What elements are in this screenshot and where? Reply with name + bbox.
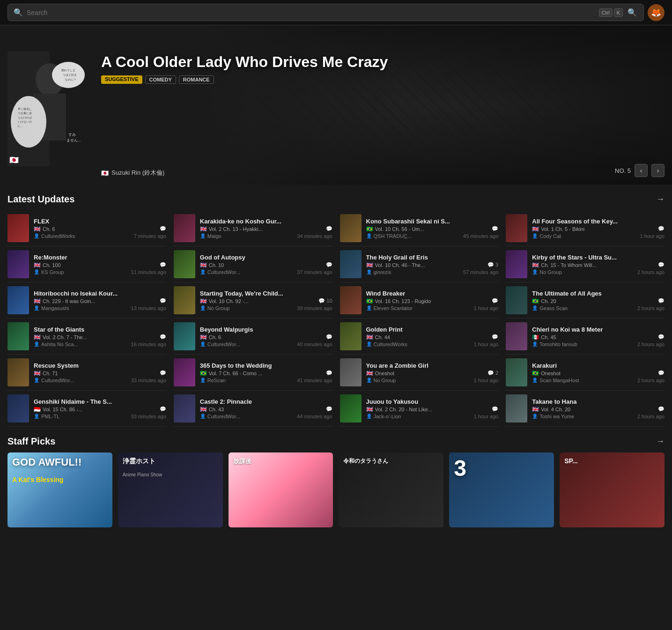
update-info: Karakida-ke no Kosho Gur...🇬🇧Vol. 2 Ch. …	[200, 218, 332, 239]
update-chapter: Ch. 6	[209, 334, 324, 340]
tag-comedy[interactable]: COMEDY	[145, 75, 176, 84]
update-meta: 👤No Group2 hours ago	[532, 269, 665, 275]
updates-grid: FLEX🇬🇧Ch. 6💬👤CulturedWorks7 minutes agoR…	[0, 210, 672, 427]
update-time: 57 minutes ago	[463, 269, 498, 275]
tag-romance[interactable]: ROMANCE	[179, 75, 214, 84]
update-comment-icon: 💬	[326, 334, 332, 340]
update-chapter-row: 🇬🇧Vol. 2 Ch. 7 - The...💬	[34, 334, 166, 341]
tag-suggestive[interactable]: SUGGESTIVE	[101, 75, 142, 84]
search-button[interactable]: 🔍	[627, 7, 638, 18]
update-item[interactable]: Castle 2: Pinnacle🇬🇧Ch. 43💬👤CulturedWor.…	[174, 391, 332, 427]
update-item[interactable]: All Four Seasons of the Key...🇬🇧Vol. 1 C…	[506, 210, 665, 246]
update-thumb	[7, 322, 29, 350]
update-chapter-row: 🇧🇷Vol. 10 Ch. 56 - Um...💬	[366, 226, 499, 232]
k-key: K	[614, 8, 623, 17]
update-item[interactable]: 365 Days to the Wedding🇧🇷Vol. 7 Ch. 66 -…	[174, 355, 332, 391]
hero-cover[interactable]: 惚れてしま うほど好き なのに？ 早く帰宅し て仕事に戻 らなければ いけないの…	[7, 52, 92, 166]
latest-updates-header: Latest Updates →	[0, 185, 672, 210]
update-column-1: FLEX🇬🇧Ch. 6💬👤CulturedWorks7 minutes agoR…	[4, 210, 170, 427]
update-time: 2 hours ago	[637, 341, 665, 347]
update-meta: 👤No Group1 hour ago	[366, 378, 499, 383]
update-thumb	[7, 250, 29, 278]
staff-pick-card-4[interactable]: 令和のタラうさん	[339, 452, 443, 527]
update-chapter: Vol. 1 Ch. 5 - Bikini	[541, 226, 656, 232]
update-person-icon: 👤	[532, 233, 538, 238]
update-person-icon: 👤	[532, 341, 538, 347]
update-item[interactable]: Golden Print🇬🇧Ch. 44💬👤CulturedWorks1 hou…	[340, 319, 499, 355]
update-time: 44 minutes ago	[297, 414, 332, 419]
svg-text:いけないの: いけないの	[18, 120, 32, 124]
update-chapter-row: 🇬🇧Vol. 10 Ch. 46 - The...💬 3	[366, 262, 499, 268]
hero-next-button[interactable]: ›	[651, 164, 665, 177]
staff-picks-more[interactable]: →	[656, 437, 665, 446]
update-item[interactable]: Takane to Hana🇬🇧Vol. 4 Ch. 20💬👤Toshi wa …	[506, 391, 665, 427]
hero-number: NO. 5	[615, 167, 631, 174]
update-item[interactable]: God of Autopsy🇬🇧Ch. 10💬👤CulturedWor...37…	[174, 246, 332, 282]
update-info: Juuou to Yakusou🇬🇧Vol. 2 Ch. 20 - Not Li…	[366, 398, 499, 419]
update-time: 39 minutes ago	[297, 305, 332, 311]
hero-title[interactable]: A Cool Older Lady Who Drives Me Crazy	[101, 53, 665, 71]
update-item[interactable]: Chieri no Koi wa 8 Meter🇲🇽Ch. 45💬👤Tomohi…	[506, 319, 665, 355]
update-meta: 👤CulturedWor...40 minutes ago	[200, 341, 332, 347]
update-item[interactable]: The Holy Grail of Eris🇬🇧Vol. 10 Ch. 46 -…	[340, 246, 499, 282]
hero-prev-button[interactable]: ‹	[635, 164, 648, 177]
update-comment-icon: 💬	[658, 370, 665, 376]
staff-pick-card-1[interactable]: GOD AWFUL!! A Kat's Blessing	[7, 452, 112, 527]
card-1-text: GOD AWFUL!!	[12, 457, 81, 467]
update-item[interactable]: Re:Monster🇬🇧Ch. 100💬👤KS Group11 minutes …	[7, 246, 166, 282]
update-person-icon: 👤	[532, 269, 538, 274]
update-info: Rescue System🇬🇧Ch. 71💬👤CulturedWor...33 …	[34, 362, 166, 383]
update-chapter-row: 🇬🇧Vol. 10 Ch. 92 -...💬 10	[200, 298, 332, 304]
update-chapter: Ch. 45	[541, 334, 656, 340]
update-item[interactable]: Kirby of the Stars - Ultra Su...🇬🇧Ch. 15…	[506, 246, 665, 282]
update-item[interactable]: Kono Subarashii Sekai ni S...🇧🇷Vol. 10 C…	[340, 210, 499, 246]
update-chapter: Vol. 16 Ch. 123 - Rugido	[375, 298, 490, 304]
update-title: Star of the Giants	[34, 326, 166, 333]
update-comment-count: 💬 2	[487, 370, 498, 376]
update-item[interactable]: Juuou to Yakusou🇬🇧Vol. 2 Ch. 20 - Not Li…	[340, 391, 499, 427]
update-flag: 🇬🇧	[34, 226, 41, 232]
update-item[interactable]: Star of the Giants🇬🇧Vol. 2 Ch. 7 - The..…	[7, 319, 166, 355]
update-chapter: Ch. 20	[541, 298, 656, 304]
update-meta: 👤ReScan41 minutes ago	[200, 378, 332, 383]
update-item[interactable]: Starting Today, We're Child...🇬🇧Vol. 10 …	[174, 282, 332, 319]
update-title: The Ultimate of All Ages	[532, 290, 665, 297]
update-thumb	[174, 286, 195, 314]
staff-pick-card-3[interactable]: 放課後	[229, 452, 333, 527]
update-item[interactable]: Beyond Walpurgis🇬🇧Ch. 6💬👤CulturedWor...4…	[174, 319, 332, 355]
update-item[interactable]: Genshiki Nidaime - The S...🇮🇩Vol. 15 Ch.…	[7, 391, 166, 427]
update-item[interactable]: FLEX🇬🇧Ch. 6💬👤CulturedWorks7 minutes ago	[7, 210, 166, 246]
hero-tags: SUGGESTIVE COMEDY ROMANCE	[101, 75, 665, 84]
update-flag: 🇬🇧	[34, 334, 41, 341]
search-input[interactable]	[27, 9, 595, 16]
update-info: Genshiki Nidaime - The S...🇮🇩Vol. 15 Ch.…	[34, 398, 166, 419]
update-chapter-row: 🇬🇧Ch. 6💬	[34, 226, 166, 232]
search-bar[interactable]: 🔍 Ctrl K 🔍	[7, 4, 644, 21]
update-flag: 🇧🇷	[366, 298, 373, 304]
update-flag: 🇧🇷	[366, 226, 373, 232]
update-item[interactable]: Rescue System🇬🇧Ch. 71💬👤CulturedWor...33 …	[7, 355, 166, 391]
update-item[interactable]: Karakuri🇧🇷Oneshot💬👤Scan MangaHost2 hours…	[506, 355, 665, 391]
update-chapter: Ch. 6	[43, 226, 158, 232]
update-group: Tomohito fansub	[539, 341, 635, 347]
update-time: 2 hours ago	[637, 378, 665, 383]
update-person-icon: 👤	[200, 233, 206, 238]
update-item[interactable]: Wind Breaker🇧🇷Vol. 16 Ch. 123 - Rugido💬👤…	[340, 282, 499, 319]
staff-pick-card-5[interactable]: 3	[449, 452, 554, 527]
update-item[interactable]: The Ultimate of All Ages🇧🇷Ch. 20💬👤Geass …	[506, 282, 665, 319]
update-group: Toshi wa Yume	[539, 414, 635, 419]
update-flag: 🇬🇧	[34, 298, 41, 304]
update-item[interactable]: Karakida-ke no Kosho Gur...🇬🇧Vol. 2 Ch. …	[174, 210, 332, 246]
update-item[interactable]: Hitoribocchi no Isekai Kour...🇬🇧Ch. 229 …	[7, 282, 166, 319]
update-item[interactable]: You are a Zombie Girl🇬🇧Oneshot💬 2👤No Gro…	[340, 355, 499, 391]
update-chapter: Vol. 2 Ch. 20 - Not Like...	[375, 407, 490, 412]
staff-pick-card-2[interactable]: 浄霊ホスト Anime Piano Show	[118, 452, 223, 527]
latest-updates-more[interactable]: →	[656, 194, 665, 204]
update-group: No Group	[539, 269, 635, 275]
avatar[interactable]: 🦊	[648, 4, 665, 21]
svg-text:ません...: ません...	[66, 138, 81, 142]
update-comment-icon: 💬	[326, 406, 332, 412]
staff-pick-card-6[interactable]: SP...	[560, 452, 665, 527]
update-thumb	[506, 358, 527, 386]
update-info: Starting Today, We're Child...🇬🇧Vol. 10 …	[200, 290, 332, 311]
